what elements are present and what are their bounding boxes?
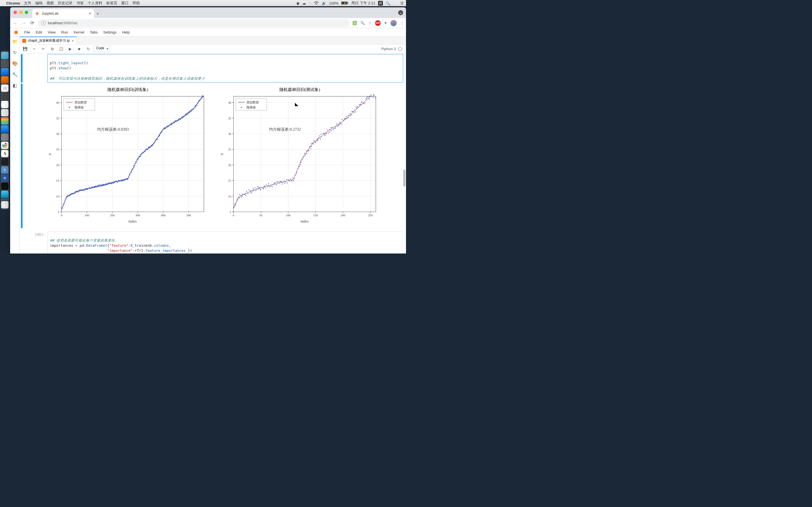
- kernel-status-icon[interactable]: [398, 47, 402, 51]
- forward-button[interactable]: →: [21, 20, 27, 25]
- jp-menu-kernel[interactable]: Kernel: [71, 30, 87, 34]
- dock-word-icon[interactable]: W: [1, 174, 8, 182]
- dock-settings-icon[interactable]: [1, 93, 8, 100]
- restart-button[interactable]: ↻: [85, 46, 92, 52]
- siri-icon[interactable]: [393, 1, 398, 5]
- kernel-name[interactable]: Python 3: [382, 47, 396, 51]
- cut-button[interactable]: ✂: [40, 46, 47, 52]
- jp-menu-file[interactable]: File: [21, 30, 33, 34]
- menu-help[interactable]: 帮助: [133, 1, 140, 6]
- bluetooth-icon[interactable]: ⌔: [309, 1, 311, 5]
- jp-menu-run[interactable]: Run: [58, 30, 71, 34]
- menu-history[interactable]: 历史记录: [58, 1, 72, 6]
- scrollbar-thumb[interactable]: [403, 170, 405, 186]
- scrollbar[interactable]: [403, 54, 406, 253]
- dock-app3-icon[interactable]: [1, 109, 8, 116]
- minimize-window-icon[interactable]: [19, 11, 22, 14]
- file-browser-icon[interactable]: 📁: [12, 39, 18, 44]
- dock-app4-icon[interactable]: [1, 133, 8, 141]
- dock-photos-icon[interactable]: [1, 117, 8, 124]
- paste-button[interactable]: 📋: [57, 46, 65, 52]
- code-cell-2[interactable]: [45]: ## 使用条形图可视化每个变量的重要性 importances = …: [20, 231, 406, 253]
- wifi-icon[interactable]: [314, 1, 319, 5]
- jp-menu-help[interactable]: Help: [119, 30, 133, 34]
- commands-icon[interactable]: 🎨: [12, 61, 18, 66]
- record-icon[interactable]: ◉: [296, 1, 299, 5]
- menu-file[interactable]: 文件: [24, 1, 31, 6]
- url-field[interactable]: i localhost:8888/lab: [38, 19, 350, 27]
- bookmark-star-icon[interactable]: ☆: [368, 21, 371, 25]
- toc-icon[interactable]: 🔧: [12, 72, 18, 77]
- dock-finder-icon[interactable]: [1, 52, 8, 59]
- profile-avatar-icon[interactable]: [391, 20, 397, 26]
- stop-button[interactable]: ■: [75, 46, 83, 52]
- jupyter-logo-icon[interactable]: [12, 29, 20, 36]
- mac-menubar[interactable]: Chrome 文件 编辑 视图 历史记录 书签 个人资料 标签页 窗口 帮助 ◉…: [0, 0, 406, 6]
- chrome-account-icon[interactable]: ⌄: [398, 10, 403, 15]
- notebook-area[interactable]: plt.tight_layout() plt.show() ## 可以发现与决策…: [20, 54, 406, 253]
- new-tab-button[interactable]: +: [96, 11, 99, 18]
- svg-point-285: [140, 156, 141, 157]
- translate-icon[interactable]: 🈯: [352, 21, 357, 25]
- jupyter-left-sidebar[interactable]: 📁 ↻ 🎨 🔧 ◧: [10, 37, 20, 253]
- maximize-window-icon[interactable]: [25, 11, 28, 14]
- app-name[interactable]: Chrome: [6, 1, 20, 5]
- dock-qq-icon[interactable]: 🐧: [1, 150, 8, 157]
- dock-app-icon[interactable]: [1, 60, 8, 67]
- svg-point-281: [139, 157, 139, 158]
- svg-point-339: [158, 136, 159, 137]
- clock[interactable]: 周日 下午 2:11: [351, 1, 375, 6]
- spotlight-icon[interactable]: 🔍: [386, 1, 390, 5]
- reload-button[interactable]: ⟳: [29, 20, 35, 25]
- code-cell[interactable]: plt.tight_layout() plt.show() ## 可以发现与决策…: [20, 54, 406, 83]
- add-cell-button[interactable]: +: [31, 46, 38, 52]
- chrome-menu-icon[interactable]: ⋮: [400, 21, 404, 25]
- extensions-tab-icon[interactable]: ◧: [13, 83, 17, 88]
- svg-point-626: [313, 140, 314, 141]
- menu-window[interactable]: 窗口: [121, 1, 129, 6]
- notebook-tab[interactable]: chap8_决策树和集成学习.ip ✕: [20, 37, 77, 44]
- dock-calendar-icon[interactable]: 13: [1, 84, 8, 92]
- menu-profile[interactable]: 个人资料: [88, 1, 102, 6]
- close-window-icon[interactable]: [13, 11, 17, 14]
- running-icon[interactable]: ↻: [13, 50, 17, 55]
- browser-tab[interactable]: JupyterLab ✕: [32, 9, 94, 18]
- cell-type-select[interactable]: Code: [94, 46, 110, 52]
- battery-icon[interactable]: ⚡: [341, 1, 349, 5]
- jp-menu-view[interactable]: View: [45, 30, 58, 34]
- dock-appstore-icon[interactable]: [1, 125, 8, 133]
- dock-rstudio-icon[interactable]: R: [1, 166, 8, 173]
- ime-icon[interactable]: 拼: [378, 1, 383, 6]
- menu-view[interactable]: 视图: [47, 1, 54, 6]
- dock-quicktime-icon[interactable]: [1, 191, 8, 198]
- jp-menu-edit[interactable]: Edit: [33, 30, 45, 34]
- dock-monitor-icon[interactable]: [1, 182, 8, 190]
- control-center-icon[interactable]: ☰: [400, 1, 404, 5]
- menu-edit[interactable]: 编辑: [35, 1, 43, 6]
- window-controls[interactable]: [13, 11, 28, 14]
- back-button[interactable]: ←: [12, 20, 18, 25]
- volume-icon[interactable]: 🔊: [322, 1, 326, 5]
- site-info-icon[interactable]: i: [41, 21, 46, 25]
- dock-app2-icon[interactable]: [1, 76, 8, 83]
- save-button[interactable]: 💾: [21, 46, 29, 52]
- dock[interactable]: 13 🐧 R W 🗑: [1, 51, 9, 210]
- dock-chrome-icon[interactable]: [1, 142, 8, 149]
- close-tab-icon[interactable]: ✕: [89, 11, 91, 15]
- dock-trash-icon[interactable]: 🗑: [1, 201, 8, 209]
- dock-safari-icon[interactable]: [1, 68, 8, 75]
- menu-tabs[interactable]: 标签页: [106, 1, 117, 6]
- dock-terminal-icon[interactable]: [1, 158, 8, 165]
- zoom-icon[interactable]: 🔍: [360, 21, 365, 25]
- extensions-icon[interactable]: ✦: [384, 21, 387, 25]
- cloud-icon[interactable]: ☁: [302, 1, 306, 5]
- copy-button[interactable]: ⧉: [49, 46, 56, 52]
- svg-point-472: [203, 96, 204, 96]
- jp-menu-settings[interactable]: Settings: [100, 30, 119, 34]
- dock-notes-icon[interactable]: [1, 101, 8, 108]
- close-notebook-tab-icon[interactable]: ✕: [71, 39, 74, 43]
- run-button[interactable]: ▶: [66, 46, 74, 52]
- menu-bookmarks[interactable]: 书签: [77, 1, 84, 6]
- jp-menu-tabs[interactable]: Tabs: [87, 30, 100, 34]
- abp-extension-icon[interactable]: ABP: [375, 20, 380, 26]
